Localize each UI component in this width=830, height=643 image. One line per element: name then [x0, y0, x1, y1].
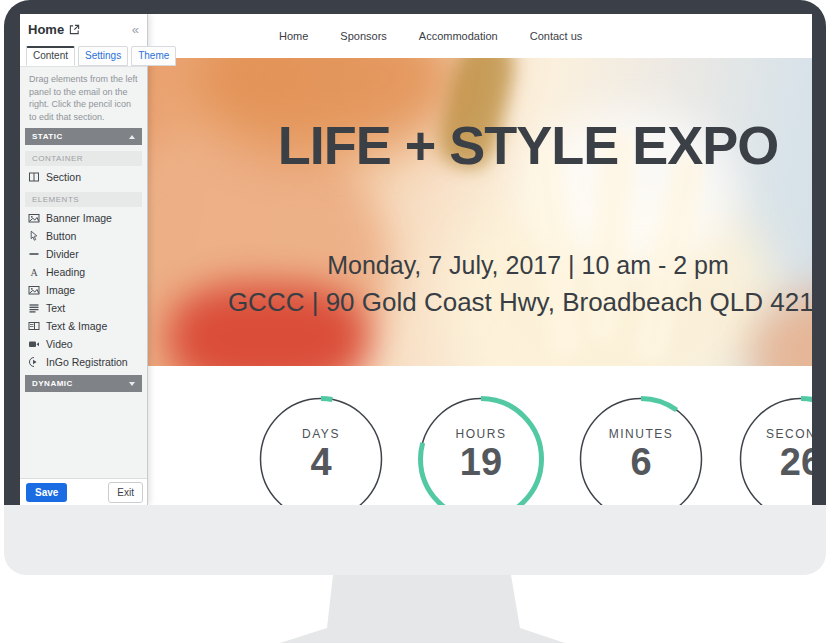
nav-item-accommodation[interactable]: Accommodation: [419, 30, 498, 42]
panel-body: Drag elements from the left panel to the…: [20, 66, 147, 478]
element-image[interactable]: Image: [20, 281, 147, 299]
button-icon: [28, 230, 40, 242]
hero-banner: LIFE + STYLE EXPO Monday, 7 July, 2017 |…: [148, 58, 812, 366]
email-preview: Home Sponsors Accommodation Contact us: [148, 14, 812, 505]
element-ingo-registration[interactable]: InGo Registration: [20, 353, 147, 371]
element-button[interactable]: Button: [20, 227, 147, 245]
monitor-screen: Home Sponsors Accommodation Contact us: [20, 14, 812, 505]
nav-item-sponsors[interactable]: Sponsors: [340, 30, 386, 42]
hero-datetime: Monday, 7 July, 2017 | 10 am - 2 pm: [148, 253, 812, 278]
hero-title: LIFE + STYLE EXPO: [148, 118, 812, 172]
text-icon: [28, 302, 40, 314]
caret-down-icon: [129, 382, 135, 386]
group-container-label: CONTAINER: [25, 151, 142, 166]
element-video[interactable]: Video: [20, 335, 147, 353]
element-text-image[interactable]: Text & Image: [20, 317, 147, 335]
panel-tabs: Content Settings Theme: [20, 44, 147, 66]
element-section[interactable]: Section: [20, 168, 147, 186]
nav-item-home[interactable]: Home: [279, 30, 308, 42]
group-static[interactable]: STATIC: [25, 128, 142, 145]
image-icon: [28, 284, 40, 296]
countdown-minutes: MINUTES 6: [573, 391, 709, 505]
countdown-days-label: DAYS: [302, 427, 340, 441]
panel-title: Home: [28, 22, 64, 37]
video-icon: [28, 338, 40, 350]
element-divider[interactable]: Divider: [20, 245, 147, 263]
nav-item-contact-us[interactable]: Contact us: [530, 30, 583, 42]
countdown-minutes-value: 6: [630, 443, 651, 481]
countdown-days-value: 4: [310, 443, 331, 481]
monitor-chin: [4, 505, 826, 575]
group-dynamic[interactable]: DYNAMIC: [25, 375, 142, 392]
external-link-icon[interactable]: [69, 24, 80, 35]
countdown-seconds: SECONDS 26: [733, 391, 812, 505]
monitor-stand: [270, 575, 570, 643]
svg-text:A: A: [30, 267, 38, 278]
element-heading[interactable]: A Heading: [20, 263, 147, 281]
countdown-hours-value: 19: [460, 443, 502, 481]
save-button[interactable]: Save: [26, 483, 67, 502]
countdown-seconds-value: 26: [780, 443, 812, 481]
banner-image-icon: [28, 212, 40, 224]
text-image-icon: [28, 320, 40, 332]
panel-footer: Save Exit: [20, 478, 147, 505]
tab-theme[interactable]: Theme: [131, 46, 176, 66]
preview-navbar: Home Sponsors Accommodation Contact us: [148, 14, 812, 58]
page-background: Home Sponsors Accommodation Contact us: [0, 0, 830, 643]
section-icon: [28, 171, 40, 183]
editor-panel: Home « Content Settings Theme Drag eleme…: [20, 14, 148, 505]
countdown-minutes-label: MINUTES: [609, 427, 674, 441]
ingo-registration-icon: [28, 356, 40, 368]
group-elements-label: ELEMENTS: [25, 192, 142, 207]
divider-icon: [28, 248, 40, 260]
exit-button[interactable]: Exit: [108, 482, 143, 503]
countdown-hours-label: HOURS: [456, 427, 507, 441]
heading-icon: A: [28, 266, 40, 278]
countdown-seconds-label: SECONDS: [766, 427, 812, 441]
panel-header: Home «: [20, 14, 147, 44]
tab-settings[interactable]: Settings: [78, 46, 128, 66]
element-banner-image[interactable]: Banner Image: [20, 209, 147, 227]
countdown-days: DAYS 4: [253, 391, 389, 505]
element-text[interactable]: Text: [20, 299, 147, 317]
hero-location: GCCC | 90 Gold Coast Hwy, Broadbeach QLD…: [148, 289, 812, 315]
countdown-hours: HOURS 19: [413, 391, 549, 505]
caret-up-icon: [129, 135, 135, 139]
collapse-panel-icon[interactable]: «: [132, 23, 139, 36]
instructions-text: Drag elements from the left panel to the…: [29, 73, 138, 123]
tab-content[interactable]: Content: [26, 46, 75, 66]
